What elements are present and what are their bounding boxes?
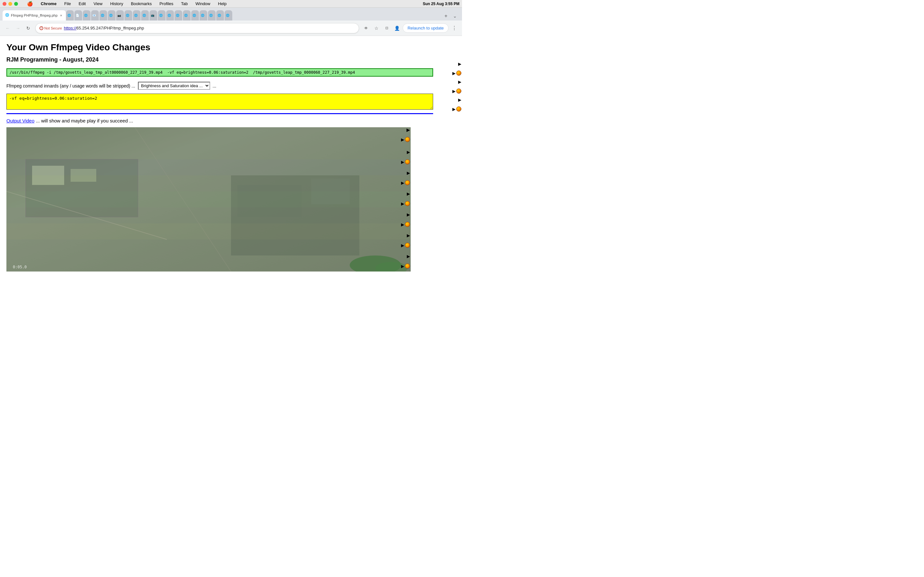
maximize-button[interactable]	[14, 2, 18, 6]
ffmpeg-innards-label: Ffmpeg command innards (any / usage word…	[6, 83, 136, 89]
chrome-window: 🌐 Ffmpeg PHP/tmp_ffmpeg.php × 🌐 📄 🌐 📧 🌐 …	[0, 8, 462, 288]
relaunch-button[interactable]: Relaunch to update	[403, 23, 449, 33]
blue-separator-line	[6, 113, 433, 114]
tab-close-active[interactable]: ×	[59, 13, 63, 18]
tab-item[interactable]: 🌐	[166, 10, 174, 21]
traffic-lights	[3, 2, 18, 6]
svg-rect-15	[6, 191, 411, 207]
tab-item[interactable]: 🌐	[99, 10, 107, 21]
ffmpeg-filter-dropdown[interactable]: Brightness and Saturation idea ...	[138, 82, 210, 90]
output-video-suffix: ... will show and maybe play if you succ…	[36, 118, 133, 123]
svg-rect-14	[6, 159, 411, 175]
output-video-link[interactable]: Output Video	[6, 118, 34, 123]
tab-item[interactable]: 📷	[116, 10, 124, 21]
tab-item[interactable]: 🌐	[174, 10, 182, 21]
output-video-line: Output Video ... will show and maybe pla…	[6, 118, 456, 123]
page-title: Your Own Ffmpeg Video Changes	[6, 42, 456, 53]
minimize-button[interactable]	[8, 2, 12, 6]
tab-item[interactable]: 🌐	[108, 10, 115, 21]
page-subtitle: RJM Programming - August, 2024	[6, 56, 456, 63]
vf-textarea[interactable]: -vf eq=brightness=0.06:saturation=2	[6, 93, 433, 110]
tab-item[interactable]: 🌐	[133, 10, 141, 21]
not-secure-indicator: ! Not Secure	[39, 26, 62, 30]
menubar-bookmarks[interactable]: Bookmarks	[129, 1, 153, 7]
tab-icons-row: 🌐 Ffmpeg PHP/tmp_ffmpeg.php × 🌐 📄 🌐 📧 🌐 …	[3, 10, 440, 21]
tab-favicon: 🌐	[5, 13, 10, 18]
address-bar[interactable]: ! Not Secure https://65.254.95.247/PHP/t…	[35, 23, 359, 33]
url-display: https://65.254.95.247/PHP/tmp_ffmpeg.php	[64, 26, 355, 31]
tab-item[interactable]: 🌐	[66, 10, 74, 21]
svg-text:0:05.0: 0:05.0	[13, 265, 27, 269]
reload-button[interactable]: ↻	[24, 24, 33, 33]
close-button[interactable]	[3, 2, 6, 6]
tab-item[interactable]: 📧	[91, 10, 99, 21]
toolbar: ← → ↻ ! Not Secure https://65.254.95.247…	[0, 21, 462, 36]
new-tab-button[interactable]: +	[441, 11, 451, 21]
tab-item[interactable]: 🌐	[183, 10, 191, 21]
tab-item[interactable]: 🌐	[225, 10, 232, 21]
tab-bar: 🌐 Ffmpeg PHP/tmp_ffmpeg.php × 🌐 📄 🌐 📧 🌐 …	[0, 8, 462, 21]
tab-list-button[interactable]: ⌄	[451, 11, 459, 21]
tab-item[interactable]: 🌐	[141, 10, 149, 21]
chrome-menu-button[interactable]: ⋮	[450, 24, 459, 33]
url-https: https://	[64, 26, 76, 31]
command-input[interactable]	[6, 68, 433, 77]
video-frame-image: 0:05.0	[6, 127, 411, 271]
menubar-file[interactable]: File	[63, 1, 72, 7]
security-warning-icon: !	[39, 26, 43, 30]
menubar-edit[interactable]: Edit	[78, 1, 87, 7]
video-frame: 0:05.0 ▶ ▶ ▶ ▶ ▶	[6, 127, 411, 271]
tab-item[interactable]: 📄	[74, 10, 82, 21]
cast-icon[interactable]: ⊡	[382, 24, 391, 33]
menubar-tab[interactable]: Tab	[180, 1, 189, 7]
menubar-right: Sun 25 Aug 3:55 PM	[423, 2, 459, 6]
apple-menu[interactable]: 🍎	[27, 1, 33, 7]
menubar-history[interactable]: History	[109, 1, 124, 7]
tab-item[interactable]: 📺	[150, 10, 157, 21]
bookmark-star-icon[interactable]: ☆	[372, 24, 381, 33]
menubar-help[interactable]: Help	[217, 1, 228, 7]
forward-button[interactable]: →	[13, 24, 23, 33]
menubar-window[interactable]: Window	[194, 1, 212, 7]
profile-icon[interactable]: 👤	[393, 24, 401, 33]
eye-slash-icon[interactable]: 👁	[362, 24, 371, 33]
menubar-profiles[interactable]: Profiles	[158, 1, 174, 7]
tab-title: Ffmpeg PHP/tmp_ffmpeg.php	[11, 13, 57, 17]
not-secure-label: Not Secure	[44, 26, 62, 30]
tab-item[interactable]: 🌐	[83, 10, 90, 21]
menubar: 🍎 Chrome File Edit View History Bookmark…	[0, 0, 462, 8]
tab-item[interactable]: 🌐	[200, 10, 207, 21]
menubar-chrome[interactable]: Chrome	[39, 1, 58, 7]
tab-item[interactable]: 🌐	[158, 10, 166, 21]
page-content: Your Own Ffmpeg Video Changes RJM Progra…	[0, 36, 462, 288]
menubar-clock: Sun 25 Aug 3:55 PM	[423, 2, 459, 6]
menubar-view[interactable]: View	[92, 1, 103, 7]
dropdown-suffix: ...	[213, 83, 216, 89]
back-button[interactable]: ←	[3, 24, 12, 33]
svg-rect-16	[6, 223, 411, 239]
toolbar-actions: 👁 ☆ ⊡ 👤 Relaunch to update ⋮	[362, 23, 459, 33]
tab-item[interactable]: 🌐	[124, 10, 132, 21]
tab-item[interactable]: 🌐	[216, 10, 224, 21]
nav-buttons: ← → ↻	[3, 24, 33, 33]
url-rest: 65.254.95.247/PHP/tmp_ffmpeg.php	[76, 26, 144, 31]
tab-item[interactable]: 🌐	[191, 10, 199, 21]
tab-item[interactable]: 🌐	[208, 10, 216, 21]
active-tab[interactable]: 🌐 Ffmpeg PHP/tmp_ffmpeg.php ×	[3, 10, 66, 21]
ffmpeg-innards-row: Ffmpeg command innards (any / usage word…	[6, 82, 456, 90]
vf-textarea-container: -vf eq=brightness=0.06:saturation=2	[6, 93, 433, 111]
